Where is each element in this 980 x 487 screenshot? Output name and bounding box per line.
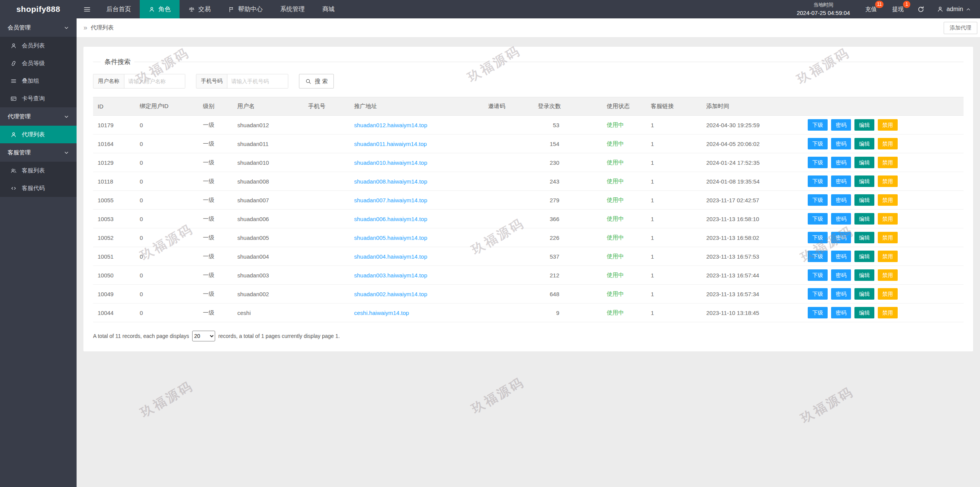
sub-agents-button[interactable]: 下级 (808, 251, 828, 262)
table-header-4: 手机号 (304, 97, 350, 116)
promo-url-link[interactable]: shuadan004.haiwaiym14.top (354, 253, 427, 260)
password-button[interactable]: 密码 (831, 232, 851, 243)
recharge-link[interactable]: 充值 11 (858, 0, 884, 18)
promo-url-link[interactable]: shuadan002.haiwaiym14.top (354, 291, 427, 297)
username-input-label: 用户名称 (93, 74, 124, 88)
sidebar-item-0-2[interactable]: 叠加组 (0, 72, 77, 90)
cell-bind-uid: 0 (135, 247, 198, 266)
topnav-item-label: 后台首页 (106, 5, 131, 13)
sub-agents-button[interactable]: 下级 (808, 232, 828, 243)
withdraw-link[interactable]: 提现 1 (884, 0, 911, 18)
edit-button[interactable]: 编辑 (854, 251, 874, 262)
promo-url-link[interactable]: shuadan005.haiwaiym14.top (354, 234, 427, 241)
refresh-icon (917, 6, 924, 13)
edit-button[interactable]: 编辑 (854, 269, 874, 281)
cell-id: 10044 (93, 303, 135, 322)
password-button[interactable]: 密码 (831, 269, 851, 281)
topnav-item-1[interactable]: 角色 (140, 0, 180, 18)
edit-button[interactable]: 编辑 (854, 213, 874, 225)
topnav-item-3[interactable]: 帮助中心 (219, 0, 271, 18)
disable-button[interactable]: 禁用 (878, 232, 898, 243)
sidebar-group-0[interactable]: 会员管理 (0, 18, 77, 37)
search-button[interactable]: 搜 索 (299, 74, 334, 89)
sidebar-item-2-1[interactable]: 客服代码 (0, 179, 77, 197)
promo-url-link[interactable]: ceshi.haiwaiym14.top (354, 310, 409, 316)
disable-button[interactable]: 禁用 (878, 194, 898, 206)
sidebar-item-0-3[interactable]: 卡号查询 (0, 90, 77, 107)
disable-button[interactable]: 禁用 (878, 269, 898, 281)
promo-url-link[interactable]: shuadan007.haiwaiym14.top (354, 197, 427, 203)
sidebar-group-1[interactable]: 代理管理 (0, 107, 77, 126)
table-row: 100520一级shuadan005shuadan005.haiwaiym14.… (93, 228, 964, 247)
promo-url-link[interactable]: shuadan011.haiwaiym14.top (354, 141, 427, 147)
topnav-item-0[interactable]: 后台首页 (98, 0, 140, 18)
disable-button[interactable]: 禁用 (878, 213, 898, 225)
edit-button[interactable]: 编辑 (854, 138, 874, 149)
sub-agents-button[interactable]: 下级 (808, 288, 828, 300)
topnav-item-5[interactable]: 商城 (314, 0, 343, 18)
sidebar-item-0-1[interactable]: 会员等级 (0, 54, 77, 72)
sub-agents-button[interactable]: 下级 (808, 138, 828, 149)
promo-url-link[interactable]: shuadan003.haiwaiym14.top (354, 272, 427, 279)
disable-button[interactable]: 禁用 (878, 119, 898, 131)
table-row: 101640一级shuadan011shuadan011.haiwaiym14.… (93, 134, 964, 153)
edit-button[interactable]: 编辑 (854, 232, 874, 243)
sub-agents-button[interactable]: 下级 (808, 269, 828, 281)
cell-level: 一级 (198, 116, 233, 134)
sidebar-item-0-0[interactable]: 会员列表 (0, 37, 77, 54)
password-button[interactable]: 密码 (831, 307, 851, 318)
password-button[interactable]: 密码 (831, 213, 851, 225)
password-button[interactable]: 密码 (831, 251, 851, 262)
edit-button[interactable]: 编辑 (854, 194, 874, 206)
sidebar-item-1-0[interactable]: 代理列表 (0, 126, 77, 143)
cell-actions: 下级密码编辑禁用 (803, 303, 964, 322)
sub-agents-button[interactable]: 下级 (808, 194, 828, 206)
user-menu[interactable]: admin (931, 6, 980, 13)
add-agent-button[interactable]: 添加代理 (944, 22, 977, 34)
edit-button[interactable]: 编辑 (854, 175, 874, 187)
password-button[interactable]: 密码 (831, 194, 851, 206)
disable-button[interactable]: 禁用 (878, 288, 898, 300)
edit-button[interactable]: 编辑 (854, 288, 874, 300)
sidebar-toggle-button[interactable] (77, 0, 98, 18)
sidebar-submenu-2: 客服列表客服代码 (0, 162, 77, 197)
promo-url-link[interactable]: shuadan006.haiwaiym14.top (354, 216, 427, 222)
refresh-button[interactable] (911, 0, 931, 18)
users-icon (10, 167, 17, 174)
password-button[interactable]: 密码 (831, 157, 851, 168)
promo-url-link[interactable]: shuadan010.haiwaiym14.top (354, 159, 427, 166)
password-button[interactable]: 密码 (831, 288, 851, 300)
username-input[interactable] (124, 74, 185, 88)
phone-input[interactable] (227, 74, 288, 88)
disable-button[interactable]: 禁用 (878, 138, 898, 149)
promo-url-link[interactable]: shuadan012.haiwaiym14.top (354, 122, 427, 128)
sub-agents-button[interactable]: 下级 (808, 175, 828, 187)
sub-agents-button[interactable]: 下级 (808, 307, 828, 318)
sub-agents-button[interactable]: 下级 (808, 157, 828, 168)
sub-agents-button[interactable]: 下级 (808, 213, 828, 225)
cell-bind-uid: 0 (135, 210, 198, 228)
topnav-item-2[interactable]: 交易 (180, 0, 219, 18)
disable-button[interactable]: 禁用 (878, 251, 898, 262)
password-button[interactable]: 密码 (831, 119, 851, 131)
promo-url-link[interactable]: shuadan008.haiwaiym14.top (354, 178, 427, 185)
sidebar-group-2[interactable]: 客服管理 (0, 143, 77, 162)
topbar: shopify888 后台首页角色交易帮助中心系统管理商城 当地时间 2024-… (0, 0, 980, 18)
cell-level: 一级 (198, 303, 233, 322)
edit-button[interactable]: 编辑 (854, 119, 874, 131)
disable-button[interactable]: 禁用 (878, 307, 898, 318)
user-icon (10, 131, 17, 138)
password-button[interactable]: 密码 (831, 138, 851, 149)
sidebar-item-2-0[interactable]: 客服列表 (0, 162, 77, 179)
page-size-select[interactable]: 20 (192, 331, 215, 341)
cell-invite-code (483, 247, 533, 266)
topnav-item-4[interactable]: 系统管理 (271, 0, 314, 18)
disable-button[interactable]: 禁用 (878, 157, 898, 168)
disable-button[interactable]: 禁用 (878, 175, 898, 187)
cell-id: 10053 (93, 210, 135, 228)
app-root: shopify888 后台首页角色交易帮助中心系统管理商城 当地时间 2024-… (0, 0, 980, 487)
edit-button[interactable]: 编辑 (854, 307, 874, 318)
password-button[interactable]: 密码 (831, 175, 851, 187)
sub-agents-button[interactable]: 下级 (808, 119, 828, 131)
edit-button[interactable]: 编辑 (854, 157, 874, 168)
